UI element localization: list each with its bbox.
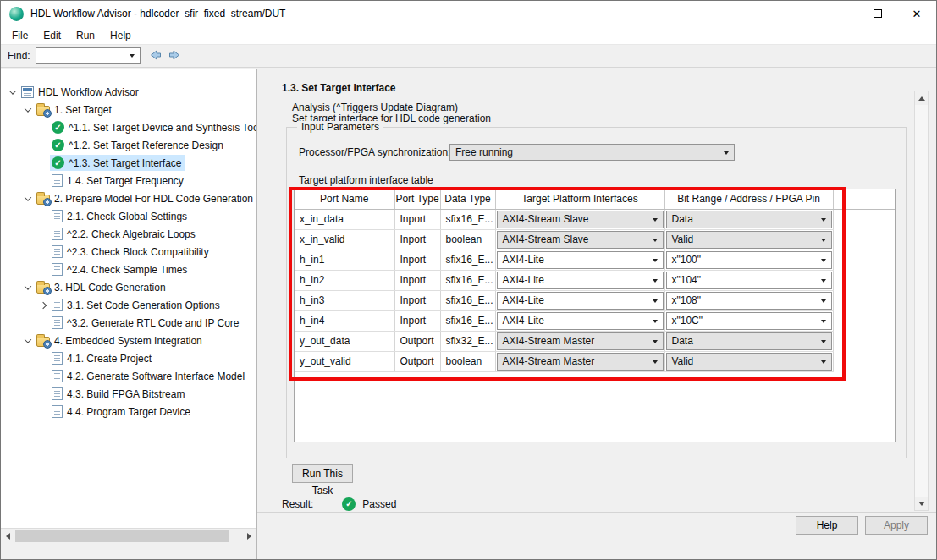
tree-expander-spacer [36,174,50,188]
scrollbar-thumb[interactable] [15,530,229,542]
arrow-down-icon [918,502,925,506]
tree-collapse-chevron-icon[interactable] [21,281,35,294]
result-value: Passed [362,498,396,510]
scroll-left-button[interactable] [1,529,15,543]
menu-run[interactable]: Run [69,27,102,44]
task-icon [52,299,63,311]
interface-dropdown[interactable]: AXI4-Stream Master [497,353,664,371]
port-type-cell: Inport [394,229,440,250]
tree-item[interactable]: 4.3. Build FPGA Bitstream [1,385,256,403]
hdl-workflow-advisor-window: HDL Workflow Advisor - hdlcoder_sfir_fix… [0,0,937,560]
tree-expander-spacer [36,121,50,135]
tree-item-label: 4. Embedded System Integration [54,335,202,347]
help-button[interactable]: Help [796,516,858,535]
tree-expander-spacer [36,387,50,401]
tree-expander-spacer [36,352,50,365]
tree-item[interactable]: 4. Embedded System Integration [1,332,256,349]
interface-dropdown-value: AXI4-Stream Master [503,335,595,347]
tree-item[interactable]: 3.1. Set Code Generation Options [1,296,256,314]
find-previous-button[interactable] [149,49,162,63]
tree-expander-spacer [36,316,50,330]
apply-button[interactable]: Apply [865,516,928,535]
interface-dropdown[interactable]: AXI4-Lite [497,251,664,269]
bit-range-dropdown[interactable]: Data [666,211,832,228]
task-panel-vertical-scrollbar[interactable] [914,91,929,511]
tree-item[interactable]: ✓^1.2. Set Target Reference Design [1,136,256,154]
tree-horizontal-scrollbar[interactable] [1,528,256,542]
interface-dropdown[interactable]: AXI4-Lite [497,272,664,289]
table-row: x_in_dataInportsfix16_E...AXI4-Stream Sl… [295,209,896,229]
tree-item[interactable]: 1. Set Target [1,101,256,118]
interface-dropdown-value: AXI4-Stream Master [503,355,595,367]
tree-item[interactable]: 4.1. Create Project [1,349,256,367]
interface-dropdown-value: AXI4-Stream Slave [503,233,589,245]
menu-help[interactable]: Help [102,27,139,44]
interface-dropdown[interactable]: AXI4-Lite [497,292,664,310]
tree-item-label: 1.4. Set Target Frequency [67,175,184,187]
bit-range-value: Data [672,213,693,225]
tree-item[interactable]: 4.2. Generate Software Interface Model [1,367,256,385]
tree-item[interactable]: 3. HDL Code Generation [1,278,256,296]
tree-item-label: ^1.2. Set Target Reference Design [69,140,223,151]
scroll-down-button[interactable] [915,497,928,510]
find-input[interactable] [36,48,124,63]
find-combobox[interactable] [36,47,141,64]
passed-check-icon: ✓ [52,156,64,169]
tree-collapse-chevron-icon[interactable] [21,192,35,206]
tree-collapse-chevron-icon[interactable] [6,85,19,99]
task-icon [52,228,63,240]
bit-range-dropdown[interactable]: x"108" [666,292,832,310]
tree-item[interactable]: ^3.2. Generate RTL Code and IP Core [1,314,256,332]
run-this-task-button[interactable]: Run This Task [292,464,353,483]
tree-item-label: 2.1. Check Global Settings [67,211,187,222]
interface-dropdown[interactable]: AXI4-Lite [497,312,664,330]
interface-dropdown-value: AXI4-Lite [503,254,544,266]
bit-range-dropdown[interactable]: Valid [666,231,832,249]
port-name-cell: h_in3 [295,290,394,310]
bit-range-dropdown[interactable]: x"100" [666,251,832,269]
bit-range-value: x"108" [672,294,702,306]
tree-collapse-chevron-icon[interactable] [21,103,35,117]
bit-range-value: Valid [672,233,694,245]
close-button[interactable]: ✕ [897,1,936,26]
tree-item[interactable]: ✓^1.1. Set Target Device and Synthesis T… [1,118,256,136]
maximize-button[interactable] [858,1,897,26]
find-bar: Find: [1,45,936,68]
tree-item[interactable]: 2.1. Check Global Settings [1,207,256,225]
interface-dropdown[interactable]: AXI4-Stream Slave [497,231,664,249]
group-title: Input Parameters [297,121,383,133]
menu-edit[interactable]: Edit [36,27,69,44]
find-next-button[interactable] [168,49,181,63]
tree-item[interactable]: ^2.4. Check Sample Times [1,261,256,278]
interface-dropdown[interactable]: AXI4-Stream Slave [497,211,664,228]
scroll-right-button[interactable] [242,529,256,543]
tree-item[interactable]: 2. Prepare Model For HDL Code Generation [1,189,256,207]
tree-item[interactable]: ^2.2. Check Algebraic Loops [1,225,256,243]
bit-range-dropdown[interactable]: x"10C" [666,312,832,330]
tree-item[interactable]: HDL Workflow Advisor [1,83,256,101]
input-parameters-group: Input Parameters Processor/FPGA synchron… [286,127,907,458]
port-name-cell: x_in_data [295,209,394,229]
tree-item[interactable]: 1.4. Set Target Frequency [1,172,256,189]
tree-item-label: ^1.3. Set Target Interface [69,157,182,169]
sync-dropdown[interactable]: Free running [449,144,735,161]
bit-range-dropdown[interactable]: Valid [666,353,832,371]
tree-expander-spacer [36,263,50,277]
arrow-left-icon [6,533,10,540]
interface-dropdown[interactable]: AXI4-Stream Master [497,332,664,350]
task-icon [52,387,63,400]
bit-range-dropdown[interactable]: x"104" [666,272,832,289]
menu-file[interactable]: File [4,27,36,44]
tree-item[interactable]: ^2.3. Check Block Compatibility [1,243,256,261]
find-dropdown-button[interactable] [125,48,140,63]
minimize-button[interactable] [819,1,858,26]
tree-expand-chevron-icon[interactable] [36,299,50,312]
scroll-up-button[interactable] [915,91,928,105]
tree-item[interactable]: 4.4. Program Target Device [1,403,256,420]
tree-collapse-chevron-icon[interactable] [21,334,35,348]
passed-check-icon: ✓ [52,139,64,151]
tree-item[interactable]: ✓^1.3. Set Target Interface [1,154,256,172]
data-type-cell: sfix16_E... [440,310,495,331]
maximize-icon [874,9,882,18]
bit-range-dropdown[interactable]: Data [666,332,832,350]
